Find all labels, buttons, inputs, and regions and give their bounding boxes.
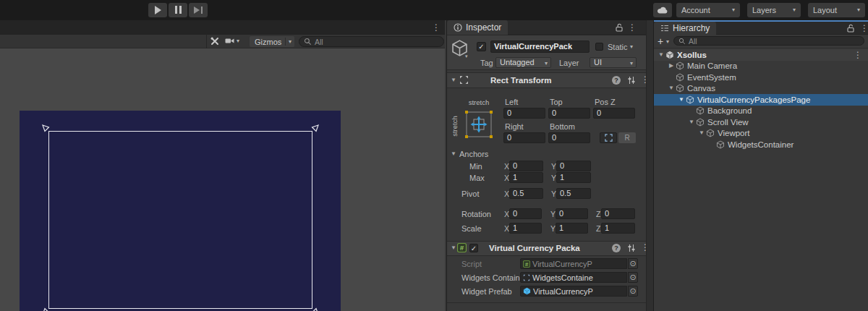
- rect-transform-title: Rect Transform: [490, 76, 551, 85]
- anchor-handle-icon[interactable]: [310, 124, 320, 133]
- static-checkbox[interactable]: [595, 43, 603, 51]
- lock-icon[interactable]: [847, 24, 854, 33]
- anchor-max-x-field[interactable]: 1: [509, 172, 543, 183]
- csharp-script-icon: #: [523, 260, 530, 268]
- hierarchy-item-viewport[interactable]: ▼ Viewport: [654, 128, 868, 140]
- widget-prefab-object-field[interactable]: VirtualCurrencyP: [520, 286, 627, 297]
- presets-icon[interactable]: [627, 244, 636, 252]
- foldout-icon[interactable]: ▼: [451, 77, 456, 83]
- scene-kebab-icon[interactable]: ⋮: [854, 51, 862, 59]
- gameobject-active-checkbox[interactable]: [477, 42, 486, 51]
- posz-field[interactable]: 0: [593, 108, 635, 119]
- anchor-max-y-field[interactable]: 1: [556, 172, 591, 183]
- hierarchy-item-main-camera[interactable]: ▶ Main Camera: [654, 61, 868, 72]
- static-label: Static: [608, 43, 628, 51]
- component-enabled-checkbox[interactable]: [469, 244, 478, 252]
- step-button[interactable]: [189, 3, 208, 17]
- anchor-stretch-left-label: stretch: [451, 109, 459, 144]
- script-row-label: Script: [461, 260, 482, 268]
- gameobject-icon-dropdown[interactable]: ▾: [465, 54, 468, 59]
- raw-edit-mode-button[interactable]: R: [618, 132, 636, 143]
- hierarchy-item-background[interactable]: Background: [654, 106, 868, 117]
- inspector-scrollbar[interactable]: [646, 20, 653, 311]
- hierarchy-item-widgetscontainer[interactable]: WidgetsContainer: [654, 139, 868, 150]
- rect-transform-icon: [523, 274, 530, 281]
- create-dropdown-icon[interactable]: ▾: [666, 39, 669, 45]
- hierarchy-item-canvas[interactable]: ▼ Canvas: [654, 83, 868, 95]
- object-picker-icon[interactable]: ⊙: [628, 258, 638, 269]
- inspector-menu-kebab-icon[interactable]: ⋮: [628, 23, 637, 32]
- anchor-handle-icon[interactable]: [41, 307, 51, 311]
- anchor-stretch-top-label: stretch: [461, 98, 496, 106]
- right-field[interactable]: 0: [503, 132, 545, 143]
- layer-dropdown[interactable]: UI▾: [590, 57, 637, 68]
- anchor-handle-icon[interactable]: [41, 124, 51, 133]
- foldout-icon[interactable]: ▼: [451, 245, 456, 251]
- rotation-y-field[interactable]: 0: [556, 208, 588, 219]
- tab-inspector[interactable]: Inspector: [447, 20, 508, 35]
- pivot-label: Pivot: [461, 189, 479, 198]
- tab-hierarchy[interactable]: Hierarchy: [654, 22, 716, 35]
- tag-dropdown[interactable]: Untagged▾: [495, 57, 551, 68]
- hierarchy-item-virtualcurrencypackagespage[interactable]: ▼ VirtualCurrencyPackagesPage: [654, 94, 868, 106]
- foldout-icon[interactable]: ▼: [657, 52, 665, 58]
- rotation-z-field[interactable]: 0: [601, 208, 635, 219]
- foldout-icon[interactable]: ▼: [451, 151, 456, 157]
- blueprint-mode-button[interactable]: [600, 132, 617, 143]
- layers-dropdown[interactable]: Layers ▾: [747, 3, 801, 17]
- scale-x-field[interactable]: 1: [509, 223, 542, 234]
- pause-button[interactable]: [169, 3, 187, 17]
- layout-dropdown[interactable]: Layout ▾: [808, 3, 865, 17]
- scale-y-field[interactable]: 1: [556, 223, 588, 234]
- component-menu-kebab-icon[interactable]: ⋮: [641, 243, 646, 252]
- gameobject-name-field[interactable]: VirtualCurrencyPack: [490, 41, 590, 53]
- info-icon: [454, 23, 462, 32]
- bottom-field[interactable]: 0: [548, 132, 590, 143]
- anchor-handle-icon[interactable]: [310, 307, 320, 311]
- hierarchy-scene-row[interactable]: ▼ Xsollus ⋮: [654, 49, 868, 61]
- hierarchy-item-eventsystem[interactable]: EventSystem: [654, 72, 868, 83]
- left-field[interactable]: 0: [503, 108, 545, 119]
- min-label: Min: [469, 162, 482, 171]
- anchor-min-x-field[interactable]: 0: [509, 161, 543, 171]
- script-object-field[interactable]: # VirtualCurrencyP: [520, 258, 627, 269]
- foldout-icon[interactable]: ▼: [687, 119, 696, 125]
- scale-z-field[interactable]: 1: [601, 223, 635, 234]
- pivot-x-field[interactable]: 0.5: [509, 188, 543, 199]
- foldout-icon[interactable]: ▼: [677, 97, 686, 103]
- component-menu-kebab-icon[interactable]: ⋮: [641, 75, 646, 84]
- foldout-icon[interactable]: ▼: [667, 85, 676, 91]
- layer-label: Layer: [559, 59, 579, 67]
- widgets-container-object-field[interactable]: WidgetsContaine: [520, 272, 627, 283]
- presets-icon[interactable]: [627, 76, 636, 85]
- anchor-min-y-field[interactable]: 0: [556, 161, 591, 171]
- static-dropdown-icon[interactable]: ▾: [630, 44, 633, 50]
- pivot-y-field[interactable]: 0.5: [556, 188, 591, 199]
- help-icon[interactable]: ?: [612, 244, 621, 252]
- rect-transform-gizmo[interactable]: [48, 131, 312, 309]
- camera-settings-button[interactable]: ▾: [225, 37, 239, 45]
- main-toolbar: Account ▾ Layers ▾ Layout ▾: [0, 0, 868, 20]
- hierarchy-item-scroll-view[interactable]: ▼ Scroll View: [654, 116, 868, 128]
- foldout-icon[interactable]: ▼: [697, 130, 706, 136]
- hierarchy-menu-kebab-icon[interactable]: ⋮: [860, 24, 868, 33]
- play-button[interactable]: [148, 3, 167, 17]
- rotation-x-field[interactable]: 0: [509, 208, 542, 219]
- create-plus-icon[interactable]: +: [658, 35, 663, 47]
- tool-settings-icon[interactable]: [210, 36, 220, 48]
- scene-viewport[interactable]: [0, 48, 445, 311]
- scene-search-input[interactable]: All: [299, 36, 444, 47]
- object-picker-icon[interactable]: ⊙: [628, 286, 638, 297]
- hierarchy-search-input[interactable]: All: [673, 36, 864, 46]
- account-dropdown[interactable]: Account ▾: [676, 3, 740, 17]
- cloud-services-button[interactable]: [653, 3, 672, 17]
- help-icon[interactable]: ?: [612, 76, 621, 85]
- top-field[interactable]: 0: [548, 108, 590, 119]
- chevron-down-icon: ▾: [237, 38, 239, 44]
- foldout-icon[interactable]: ▶: [667, 63, 676, 69]
- lock-icon[interactable]: [616, 23, 623, 32]
- scene-menu-kebab-icon[interactable]: ⋮: [432, 23, 441, 32]
- object-picker-icon[interactable]: ⊙: [628, 272, 638, 283]
- gizmos-dropdown[interactable]: Gizmos ▾: [250, 36, 294, 47]
- anchor-preset-button[interactable]: [461, 107, 496, 142]
